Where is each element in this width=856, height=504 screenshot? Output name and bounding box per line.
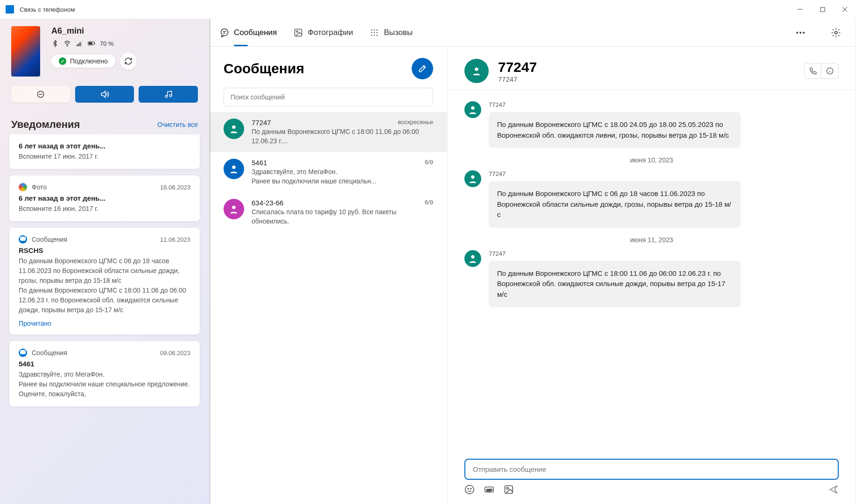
notifications-list: 6 лет назад в этот день... Вспомните 17 … bbox=[0, 134, 209, 504]
phone-thumbnail[interactable] bbox=[11, 26, 40, 77]
svg-point-45 bbox=[468, 488, 469, 489]
notification-title: 6 лет назад в этот день... bbox=[19, 194, 190, 202]
svg-point-24 bbox=[371, 32, 372, 33]
conversation-item[interactable]: 5461 6/9 Здравствуйте, это МегаФон. Ране… bbox=[210, 152, 447, 192]
compose-input[interactable] bbox=[464, 459, 839, 480]
conversation-item[interactable]: 634-23-66 6/9 Списалась плата по тарифу … bbox=[210, 192, 447, 232]
svg-point-36 bbox=[232, 206, 235, 209]
date-separator: июня 10, 2023 bbox=[464, 156, 839, 164]
send-icon[interactable] bbox=[828, 484, 839, 495]
conversation-time: воскресенье bbox=[398, 119, 433, 126]
battery-icon bbox=[88, 40, 95, 47]
notification-title: RSCHS bbox=[19, 246, 190, 254]
titlebar: Связь с телефоном bbox=[0, 0, 856, 19]
svg-point-20 bbox=[296, 30, 298, 32]
messages-app-icon bbox=[19, 349, 27, 357]
chat-title: 77247 bbox=[498, 59, 537, 75]
status-icons: 70 % bbox=[51, 40, 198, 47]
more-button[interactable] bbox=[791, 23, 810, 42]
conversation-item[interactable]: 77247 воскресенье По данным Воронежского… bbox=[210, 112, 447, 152]
bluetooth-icon bbox=[51, 40, 59, 47]
message-bubble: По данным Воронежского ЦГМС с 06 до 18 ч… bbox=[489, 181, 741, 228]
signal-icon bbox=[76, 40, 83, 47]
tab-calls[interactable]: Вызовы bbox=[370, 19, 413, 46]
chat-panel: 77247 77247 77247 По да bbox=[448, 47, 856, 504]
svg-point-50 bbox=[506, 487, 508, 489]
svg-point-26 bbox=[377, 32, 378, 33]
conversation-preview: Здравствуйте, это МегаФон. Ранее вы подк… bbox=[252, 168, 433, 186]
minimize-button[interactable] bbox=[789, 0, 811, 19]
message-avatar bbox=[464, 250, 481, 267]
refresh-button[interactable] bbox=[120, 53, 137, 70]
tabs-bar: Сообщения Фотографии Вызовы bbox=[210, 19, 856, 47]
notification-card[interactable]: Фото 16.06.2023 6 лет назад в этот день.… bbox=[9, 175, 200, 221]
svg-point-14 bbox=[165, 95, 168, 98]
close-button[interactable] bbox=[834, 0, 856, 19]
notification-date: 11.06.2023 bbox=[160, 236, 190, 243]
notifications-heading: Уведомления bbox=[11, 119, 80, 131]
tab-label: Фотографии bbox=[308, 28, 353, 37]
notifications-header: Уведомления Очистить все bbox=[0, 110, 209, 134]
splitter[interactable] bbox=[209, 19, 210, 504]
notification-card[interactable]: Сообщения 09.06.2023 5461 Здравствуйте, … bbox=[9, 341, 200, 406]
svg-point-44 bbox=[465, 485, 474, 494]
svg-point-21 bbox=[371, 29, 372, 30]
main-area: Сообщения Фотографии Вызовы Сообщения bbox=[210, 19, 856, 504]
avatar bbox=[224, 159, 244, 179]
clear-all-link[interactable]: Очистить все bbox=[157, 121, 198, 128]
svg-point-25 bbox=[374, 32, 375, 33]
search-input[interactable] bbox=[224, 88, 433, 106]
message-bubble: По данным Воронежского ЦГМС с 18:00 11.0… bbox=[489, 261, 741, 308]
app-icon bbox=[6, 5, 14, 14]
music-button[interactable] bbox=[139, 86, 198, 103]
notification-app: Фото bbox=[32, 183, 47, 191]
message-sender: 77247 bbox=[489, 170, 741, 177]
tab-messages[interactable]: Сообщения bbox=[220, 19, 277, 46]
svg-rect-6 bbox=[78, 43, 79, 46]
conversation-name: 634-23-66 bbox=[252, 199, 283, 207]
svg-rect-49 bbox=[505, 486, 513, 494]
tab-photos[interactable]: Фотографии bbox=[294, 19, 353, 46]
svg-point-46 bbox=[470, 488, 471, 489]
chat-avatar bbox=[464, 59, 489, 83]
info-button[interactable] bbox=[821, 63, 838, 78]
notification-body: По данным Воронежского ЦГМС с 06 до 18 ч… bbox=[19, 256, 190, 315]
svg-rect-8 bbox=[81, 41, 82, 46]
svg-point-34 bbox=[232, 126, 235, 129]
settings-button[interactable] bbox=[827, 23, 845, 42]
connected-check-icon bbox=[59, 57, 66, 65]
message-sender: 77247 bbox=[489, 250, 741, 257]
device-name: A6_mini bbox=[51, 26, 198, 36]
svg-point-37 bbox=[475, 68, 478, 71]
svg-point-33 bbox=[835, 31, 837, 34]
call-button[interactable] bbox=[805, 63, 821, 78]
compose-button[interactable] bbox=[412, 58, 433, 79]
notification-body: Вспомните 16 июн. 2017 г. bbox=[19, 204, 190, 214]
wifi-icon bbox=[63, 40, 71, 47]
chat-body: 77247 По данным Воронежского ЦГМС с 18.0… bbox=[448, 90, 856, 452]
gif-icon[interactable]: GIF bbox=[484, 484, 494, 495]
photos-app-icon bbox=[19, 183, 27, 191]
maximize-button[interactable] bbox=[811, 0, 834, 19]
conversation-preview: Списалась плата по тарифу 10 руб. Все па… bbox=[252, 208, 433, 226]
volume-button[interactable] bbox=[75, 86, 134, 103]
conversation-list: 77247 воскресенье По данным Воронежского… bbox=[210, 112, 447, 504]
emoji-icon[interactable] bbox=[464, 484, 475, 495]
svg-point-43 bbox=[471, 255, 474, 258]
conversation-list-panel: Сообщения 77247 воскресенье По данны bbox=[210, 47, 448, 504]
connected-label: Подключено bbox=[70, 57, 108, 65]
avatar bbox=[224, 199, 244, 219]
message-bubble: По данным Воронежского ЦГМС с 18.00 24.0… bbox=[489, 112, 741, 148]
image-icon[interactable] bbox=[504, 484, 514, 495]
connection-status[interactable]: Подключено bbox=[51, 55, 115, 68]
notification-action[interactable]: Прочитано bbox=[19, 320, 190, 327]
conversation-preview: По данным Воронежского ЦГМС с 18:00 11.0… bbox=[252, 127, 433, 146]
svg-point-42 bbox=[471, 175, 474, 179]
message-avatar bbox=[464, 101, 481, 118]
notification-card[interactable]: Сообщения 11.06.2023 RSCHS По данным Вор… bbox=[9, 228, 200, 335]
svg-point-41 bbox=[471, 106, 474, 110]
message-row: 77247 По данным Воронежского ЦГМС с 18:0… bbox=[464, 250, 839, 308]
svg-point-15 bbox=[169, 95, 172, 97]
dnd-button[interactable] bbox=[11, 86, 70, 103]
notification-card[interactable]: 6 лет назад в этот день... Вспомните 17 … bbox=[9, 134, 200, 169]
